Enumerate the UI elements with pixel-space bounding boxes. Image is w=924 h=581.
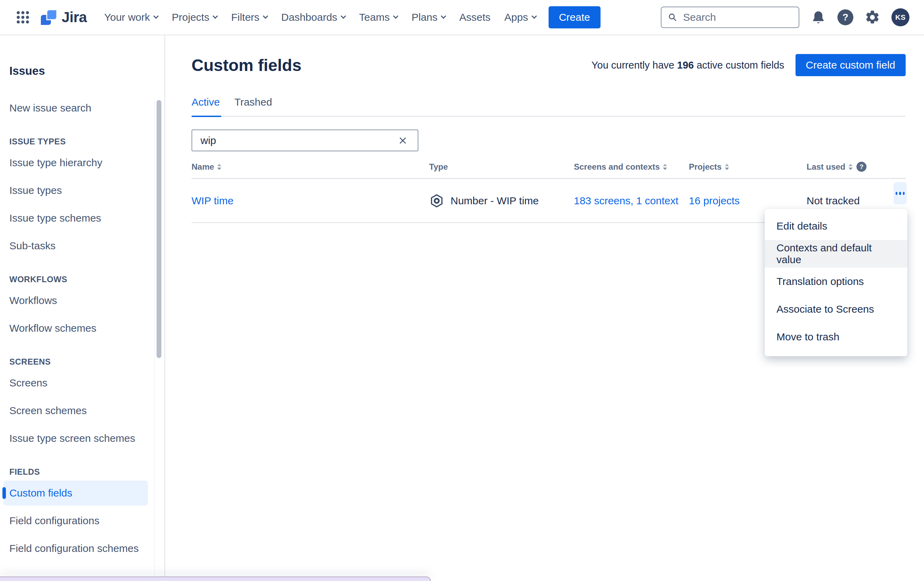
- settings-button[interactable]: [865, 9, 880, 25]
- close-icon: [398, 135, 408, 146]
- tab-track: [191, 116, 906, 117]
- page-title: Custom fields: [191, 56, 301, 75]
- sidebar-item-issue-types[interactable]: Issue types: [0, 177, 165, 204]
- more-options-button[interactable]: [894, 182, 907, 204]
- notifications-button[interactable]: [810, 9, 826, 25]
- bottom-popup-edge: [0, 576, 431, 581]
- menu-item-edit-details[interactable]: Edit details: [765, 212, 908, 240]
- sort-icon: [663, 164, 667, 170]
- sidebar-item-issue-type-schemes[interactable]: Issue type schemes: [0, 204, 165, 232]
- gear-icon: [865, 9, 880, 25]
- search-icon: [668, 12, 677, 23]
- create-button[interactable]: Create: [549, 6, 601, 28]
- top-navigation: Jira Your work Projects Filters Dashboar…: [0, 0, 924, 35]
- jira-logo[interactable]: Jira: [40, 8, 87, 26]
- nav-plans[interactable]: Plans: [404, 6, 452, 29]
- chevron-down-icon: [393, 13, 399, 19]
- chevron-down-icon: [153, 13, 159, 19]
- number-field-icon: [429, 193, 444, 208]
- menu-item-translation-options[interactable]: Translation options: [765, 267, 908, 295]
- sidebar-section-screens: SCREENS: [0, 355, 165, 369]
- sidebar-section-fields: FIELDS: [0, 465, 165, 479]
- nav-dashboards[interactable]: Dashboards: [274, 6, 352, 29]
- active-fields-count: You currently have 196 active custom fie…: [592, 59, 784, 71]
- sidebar-item-screen-schemes[interactable]: Screen schemes: [0, 397, 165, 424]
- sidebar-item-custom-fields[interactable]: Custom fields: [3, 480, 148, 505]
- admin-sidebar: Issues New issue search ISSUE TYPES Issu…: [0, 35, 165, 581]
- global-search[interactable]: [661, 7, 799, 28]
- count-number: 196: [677, 59, 694, 71]
- sidebar-section-issue-types: ISSUE TYPES: [0, 134, 165, 149]
- nav-your-work[interactable]: Your work: [97, 6, 165, 29]
- nav-apps[interactable]: Apps: [497, 6, 543, 29]
- sidebar-item-field-configuration-schemes[interactable]: Field configuration schemes: [0, 535, 165, 562]
- nav-filters[interactable]: Filters: [224, 6, 274, 29]
- field-name-link[interactable]: WIP time: [191, 195, 233, 206]
- sidebar-item-workflow-schemes[interactable]: Workflow schemes: [0, 314, 165, 342]
- menu-item-move-to-trash[interactable]: Move to trash: [765, 323, 908, 351]
- sidebar-item-sub-tasks[interactable]: Sub-tasks: [0, 232, 165, 260]
- column-header-last-used[interactable]: Last used ?: [807, 162, 906, 172]
- sort-icon: [848, 164, 853, 170]
- tab-trashed[interactable]: Trashed: [234, 96, 272, 108]
- chevron-down-icon: [531, 13, 537, 19]
- field-type-cell: Number - WIP time: [429, 193, 574, 208]
- menu-item-associate-to-screens[interactable]: Associate to Screens: [765, 295, 908, 323]
- jira-wordmark: Jira: [62, 9, 87, 26]
- tab-active[interactable]: Active: [191, 96, 220, 108]
- sort-icon: [725, 164, 729, 170]
- column-header-type: Type: [429, 162, 574, 172]
- question-mark-icon: ?: [837, 9, 853, 25]
- sidebar-item-issue-type-screen-schemes[interactable]: Issue type screen schemes: [0, 424, 165, 452]
- chevron-down-icon: [263, 13, 268, 19]
- bell-icon: [810, 9, 826, 25]
- clear-search-button[interactable]: [396, 133, 410, 148]
- sidebar-title: Issues: [9, 64, 165, 78]
- screens-contexts-link[interactable]: 183 screens, 1 context: [574, 195, 678, 206]
- projects-link[interactable]: 16 projects: [689, 195, 740, 206]
- more-options-icon: [896, 192, 898, 195]
- last-used-help-icon[interactable]: ?: [856, 162, 866, 172]
- jira-logo-icon: [40, 8, 58, 26]
- column-header-name[interactable]: Name: [191, 162, 429, 172]
- user-avatar[interactable]: KS: [891, 8, 909, 26]
- menu-item-contexts-and-default-value[interactable]: Contexts and default value: [765, 240, 908, 267]
- chevron-down-icon: [213, 13, 218, 19]
- custom-fields-search[interactable]: [191, 129, 418, 151]
- tabs: Active Trashed: [191, 96, 906, 108]
- nav-teams[interactable]: Teams: [352, 6, 404, 29]
- sidebar-item-new-issue-search[interactable]: New issue search: [0, 94, 165, 122]
- sidebar-item-issue-type-hierarchy[interactable]: Issue type hierarchy: [0, 149, 165, 177]
- sidebar-scrollbar[interactable]: [157, 100, 162, 358]
- global-search-input[interactable]: [682, 11, 792, 23]
- sidebar-item-field-configurations[interactable]: Field configurations: [0, 507, 165, 535]
- active-tab-indicator: [191, 116, 221, 117]
- help-button[interactable]: ?: [837, 9, 853, 25]
- last-used-value: Not tracked: [807, 195, 906, 207]
- column-header-projects[interactable]: Projects: [689, 162, 807, 172]
- app-switcher-button[interactable]: [13, 8, 33, 27]
- custom-fields-search-input[interactable]: [200, 134, 396, 147]
- nav-assets[interactable]: Assets: [452, 6, 497, 29]
- sort-icon: [217, 164, 221, 170]
- sidebar-section-workflows: WORKFLOWS: [0, 272, 165, 287]
- chevron-down-icon: [341, 13, 346, 19]
- sidebar-item-workflows[interactable]: Workflows: [0, 287, 165, 314]
- row-actions-menu: Edit details Contexts and default value …: [765, 209, 908, 356]
- create-custom-field-button[interactable]: Create custom field: [795, 54, 906, 76]
- column-header-screens-contexts[interactable]: Screens and contexts: [574, 162, 689, 172]
- table-header-row: Name Type Screens and contexts Projects …: [191, 162, 906, 179]
- primary-nav: Your work Projects Filters Dashboards Te…: [97, 6, 543, 29]
- chevron-down-icon: [441, 13, 446, 19]
- sidebar-item-screens[interactable]: Screens: [0, 369, 165, 397]
- field-type-label: Number - WIP time: [450, 195, 539, 207]
- app-grid-icon: [16, 10, 30, 24]
- nav-projects[interactable]: Projects: [165, 6, 224, 29]
